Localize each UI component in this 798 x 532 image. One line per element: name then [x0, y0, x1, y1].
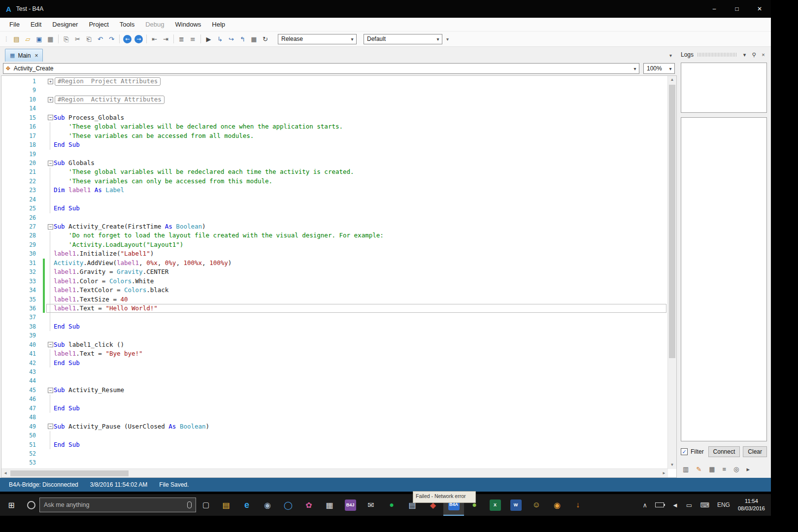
- modules-button[interactable]: ▦: [709, 466, 715, 473]
- code-line[interactable]: 1+#Region Project Attributes: [1, 77, 668, 86]
- fold-toggle-icon[interactable]: −: [47, 388, 54, 393]
- code-line[interactable]: 48: [1, 413, 668, 422]
- taskbar-photos[interactable]: ✿: [299, 494, 319, 516]
- scroll-down-button[interactable]: ▼: [668, 461, 676, 469]
- outdent-button[interactable]: ⇤: [149, 33, 160, 45]
- horizontal-scrollbar-thumb[interactable]: [10, 470, 129, 476]
- scroll-up-button[interactable]: ▲: [668, 76, 676, 84]
- split-view-button[interactable]: ▥: [683, 466, 689, 473]
- fold-toggle-icon[interactable]: −: [47, 424, 54, 429]
- code-line[interactable]: 47End Sub: [1, 404, 668, 413]
- language-indicator[interactable]: ENG: [717, 501, 730, 508]
- taskbar-word[interactable]: W: [505, 494, 526, 516]
- code-line[interactable]: 33label1.Color = Colors.White: [1, 277, 668, 286]
- step-into-button[interactable]: ↳: [214, 33, 226, 45]
- code-line[interactable]: 22 'These variables can only be accessed…: [1, 177, 668, 186]
- logs-filter-box[interactable]: [681, 63, 767, 113]
- menu-help[interactable]: Help: [206, 18, 231, 31]
- code-line[interactable]: 49−Sub Activity_Pause (UserClosed As Boo…: [1, 422, 668, 431]
- battery-icon[interactable]: [655, 502, 664, 507]
- code-line[interactable]: 15−Sub Process_Globals: [1, 113, 668, 122]
- code-line[interactable]: 44: [1, 376, 668, 385]
- code-line[interactable]: 9: [1, 86, 668, 95]
- code-line[interactable]: 34label1.TextColor = Colors.black: [1, 286, 668, 295]
- uncomment-button[interactable]: ≡: [187, 33, 199, 45]
- run-button[interactable]: ▶: [203, 33, 214, 45]
- taskbar-app-blue[interactable]: ◯: [278, 494, 299, 516]
- vertical-scrollbar-thumb[interactable]: [669, 85, 675, 358]
- find-button[interactable]: ▦: [45, 33, 56, 45]
- comment-button[interactable]: ≣: [176, 33, 187, 45]
- taskbar-excel[interactable]: X: [485, 494, 505, 516]
- taskbar-chrome[interactable]: ◉: [547, 494, 567, 516]
- code-line[interactable]: 19: [1, 150, 668, 159]
- code-line[interactable]: 14: [1, 104, 668, 113]
- menu-edit[interactable]: Edit: [25, 18, 47, 31]
- taskbar-downloads[interactable]: ↓: [567, 494, 588, 516]
- code-line[interactable]: 35label1.TextSize = 40: [1, 295, 668, 304]
- code-line[interactable]: 20−Sub Globals: [1, 159, 668, 167]
- fold-toggle-icon[interactable]: +: [47, 97, 54, 102]
- close-button[interactable]: ✕: [748, 0, 771, 18]
- menu-project[interactable]: Project: [83, 18, 114, 31]
- taskbar-steam[interactable]: ◉: [257, 494, 278, 516]
- step-out-button[interactable]: ↰: [237, 33, 248, 45]
- autoscroll-button[interactable]: ▸: [746, 466, 750, 473]
- code-line[interactable]: 39: [1, 331, 668, 340]
- cut-button[interactable]: ✂: [72, 33, 83, 45]
- taskbar-spotify[interactable]: ●: [381, 494, 402, 516]
- fold-toggle-icon[interactable]: +: [47, 79, 54, 84]
- code-line[interactable]: 31Activity.AddView(label1, 0%x, 0%y, 100…: [1, 259, 668, 267]
- menu-windows[interactable]: Windows: [170, 18, 207, 31]
- code-line[interactable]: 21 'These global variables will be redec…: [1, 167, 668, 176]
- fold-toggle-icon[interactable]: −: [47, 161, 54, 166]
- clear-button[interactable]: Clear: [743, 446, 767, 457]
- connect-button[interactable]: Connect: [708, 446, 740, 457]
- search-button[interactable]: ◎: [733, 466, 739, 473]
- step-over-button[interactable]: ↪: [226, 33, 237, 45]
- pause-button[interactable]: ■: [248, 33, 260, 45]
- code-line[interactable]: 26: [1, 213, 668, 222]
- fold-toggle-icon[interactable]: −: [47, 342, 54, 347]
- code-line[interactable]: 41label1.Text = "Bye bye!": [1, 349, 668, 358]
- new-button[interactable]: ▤: [11, 33, 22, 45]
- code-line[interactable]: 45−Sub Activity_Resume: [1, 386, 668, 395]
- zoom-selector[interactable]: 100% ▾: [643, 63, 675, 74]
- taskbar-contacts[interactable]: ☺: [526, 494, 547, 516]
- build-config-select[interactable]: Release ▾: [278, 34, 357, 44]
- taskbar-search[interactable]: Ask me anything: [39, 498, 196, 512]
- redo-button[interactable]: ↷: [106, 33, 117, 45]
- menu-tools[interactable]: Tools: [114, 18, 140, 31]
- save-button[interactable]: ▣: [33, 33, 45, 45]
- filter-checkbox[interactable]: ✓: [681, 448, 688, 455]
- code-line[interactable]: 17 'These variables can be accessed from…: [1, 132, 668, 140]
- vertical-scrollbar[interactable]: ▲ ▼: [667, 76, 676, 469]
- code-line[interactable]: 51End Sub: [1, 440, 668, 449]
- tab-list-button[interactable]: ▾: [669, 53, 672, 58]
- code-line[interactable]: 52: [1, 449, 668, 458]
- task-view-button[interactable]: ▢: [196, 494, 216, 516]
- menu-file[interactable]: File: [4, 18, 25, 31]
- log-list-button[interactable]: ≡: [723, 466, 727, 473]
- indent-button[interactable]: ⇥: [160, 33, 171, 45]
- toolbar-overflow-button[interactable]: ▾: [446, 36, 449, 42]
- navigate-back-button[interactable]: ←: [123, 35, 132, 43]
- logs-close-button[interactable]: ×: [760, 52, 767, 58]
- code-line[interactable]: 28 'Do not forget to load the layout fil…: [1, 231, 668, 240]
- undo-button[interactable]: ↶: [95, 33, 106, 45]
- copy-button[interactable]: ⎘: [61, 33, 72, 45]
- code-line[interactable]: 50: [1, 431, 668, 440]
- code-line[interactable]: 37: [1, 313, 668, 322]
- code-line[interactable]: 32label1.Gravity = Gravity.CENTER: [1, 267, 668, 276]
- minimize-button[interactable]: –: [703, 0, 726, 18]
- taskbar-calculator[interactable]: ▦: [319, 494, 340, 516]
- code-line[interactable]: 38End Sub: [1, 322, 668, 331]
- code-line[interactable]: 27−Sub Activity_Create(FirstTime As Bool…: [1, 222, 668, 231]
- logs-dropdown-button[interactable]: ▾: [741, 52, 748, 58]
- maximize-button[interactable]: □: [726, 0, 748, 18]
- code-line[interactable]: 23Dim label1 As Label: [1, 186, 668, 195]
- code-line[interactable]: 30label1.Initialize("Label1"): [1, 249, 668, 258]
- tray-expand-button[interactable]: ∧: [642, 501, 647, 509]
- volume-icon[interactable]: ◄: [672, 501, 678, 509]
- fold-toggle-icon[interactable]: −: [47, 224, 54, 230]
